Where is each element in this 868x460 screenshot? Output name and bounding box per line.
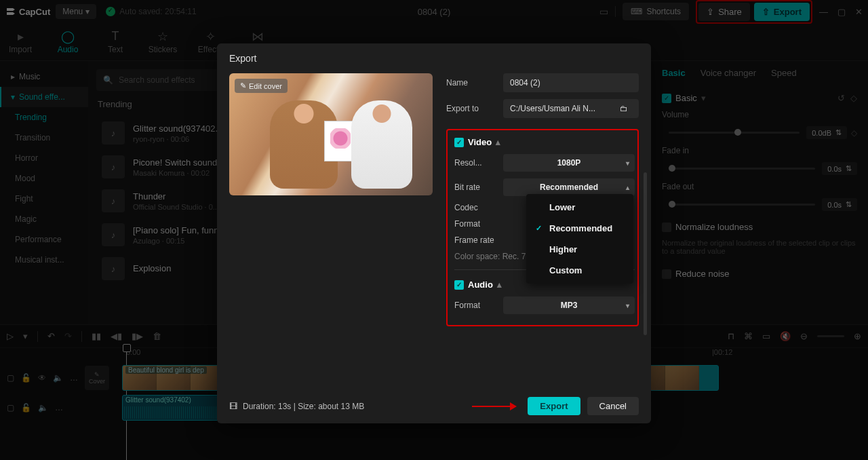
- scrollbar[interactable]: [644, 172, 647, 335]
- chevron-up-icon: ▴: [626, 184, 629, 191]
- bitrate-label: Bit rate: [454, 183, 503, 192]
- video-section: Video: [468, 137, 492, 147]
- path-input[interactable]: C:/Users/Usman Ali N...🗀: [503, 99, 639, 118]
- annotation-arrow: [472, 402, 517, 410]
- option-custom[interactable]: Custom: [526, 260, 633, 281]
- chevron-up-icon[interactable]: ▴: [497, 280, 502, 290]
- check-icon: ✓: [536, 224, 544, 233]
- folder-icon[interactable]: 🗀: [616, 100, 632, 117]
- audio-section: Audio: [468, 280, 493, 290]
- export-confirm-button[interactable]: Export: [528, 397, 580, 415]
- checkbox-video[interactable]: ✓: [454, 138, 464, 147]
- pencil-icon: ✎: [240, 81, 246, 90]
- name-label: Name: [446, 78, 495, 88]
- dialog-title: Export: [229, 53, 639, 64]
- chevron-down-icon: ▾: [626, 159, 629, 167]
- exportto-label: Export to: [446, 104, 495, 113]
- codec-label: Codec: [454, 203, 503, 212]
- resolution-select[interactable]: 1080P▾: [503, 154, 635, 172]
- audio-format-select[interactable]: MP3▾: [503, 296, 635, 314]
- audio-format-label: Format: [454, 301, 503, 310]
- bitrate-dropdown: Lower ✓Recommended Higher Custom: [526, 194, 633, 284]
- chevron-down-icon: ▾: [626, 302, 629, 309]
- format-label: Format: [454, 219, 503, 229]
- cover-preview: ✎Edit cover: [229, 73, 433, 195]
- annotation-box: ✓Video▴ Resol...1080P▾ Bit rateRecommend…: [446, 129, 639, 326]
- edit-cover-button[interactable]: ✎Edit cover: [235, 79, 288, 93]
- option-higher[interactable]: Higher: [526, 239, 633, 260]
- option-lower[interactable]: Lower: [526, 197, 633, 218]
- framerate-label: Frame rate: [454, 235, 503, 245]
- cancel-button[interactable]: Cancel: [587, 397, 639, 415]
- chevron-up-icon[interactable]: ▴: [496, 137, 500, 147]
- checkbox-audio[interactable]: ✓: [454, 280, 464, 290]
- name-input[interactable]: 0804 (2): [503, 73, 639, 92]
- option-recommended[interactable]: ✓Recommended: [526, 218, 633, 239]
- resolution-label: Resol...: [454, 158, 503, 168]
- export-info: 🎞 Duration: 13s | Size: about 13 MB: [229, 402, 364, 411]
- film-icon: 🎞: [229, 402, 237, 411]
- export-dialog: Export ✎Edit cover Name0804 (2) Export t…: [217, 43, 651, 423]
